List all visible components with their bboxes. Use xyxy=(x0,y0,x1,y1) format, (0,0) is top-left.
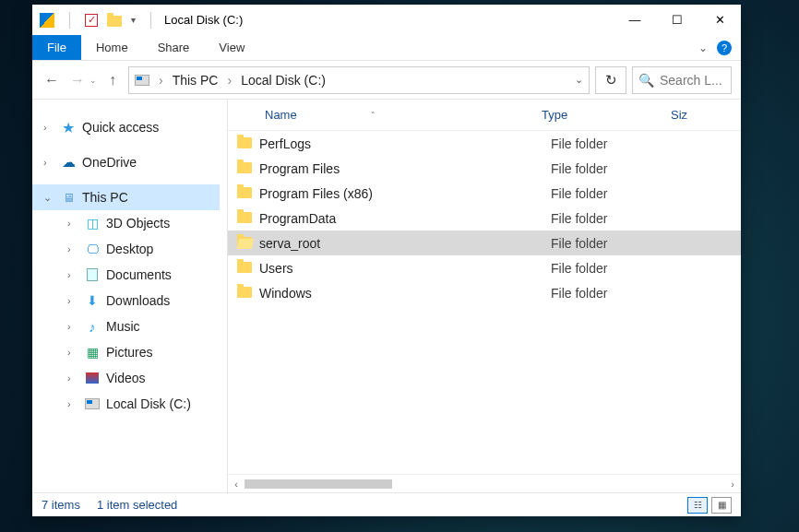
tree-pictures[interactable]: › ▦ Pictures xyxy=(32,339,227,365)
breadcrumb-this-pc[interactable]: This PC xyxy=(173,73,219,88)
tree-3d-objects[interactable]: › ◫ 3D Objects xyxy=(32,210,227,236)
back-button[interactable]: ← xyxy=(42,72,62,89)
chevron-right-icon[interactable]: › xyxy=(67,269,78,280)
document-icon xyxy=(84,267,101,282)
navigation-pane: › ★ Quick access › ☁ OneDrive ⌄ 🖥 This P… xyxy=(32,100,228,492)
tab-view[interactable]: View xyxy=(204,35,259,60)
tree-label: Pictures xyxy=(106,345,153,360)
details-view-button[interactable]: ☷ xyxy=(687,497,708,514)
file-row[interactable]: Program Files (x86)File folder xyxy=(228,181,741,206)
forward-button[interactable]: → xyxy=(67,72,88,89)
file-type: File folder xyxy=(551,236,607,251)
file-row[interactable]: WindowsFile folder xyxy=(228,280,741,305)
refresh-button[interactable]: ↻ xyxy=(595,66,626,94)
tree-label: Videos xyxy=(106,371,146,385)
help-icon[interactable]: ? xyxy=(717,41,732,55)
folder-icon xyxy=(237,136,259,151)
file-name: ProgramData xyxy=(259,211,551,226)
pictures-icon: ▦ xyxy=(84,345,101,360)
tree-label: Downloads xyxy=(106,293,170,308)
tab-home[interactable]: Home xyxy=(81,35,143,60)
maximize-button[interactable]: ☐ xyxy=(656,5,698,35)
address-bar[interactable]: › This PC › Local Disk (C:) ⌄ xyxy=(128,66,590,94)
cloud-icon: ☁ xyxy=(60,155,77,170)
tree-videos[interactable]: › Videos xyxy=(32,365,227,391)
file-name: Users xyxy=(259,261,551,276)
folder-icon xyxy=(237,161,259,176)
qat-dropdown-icon[interactable]: ▾ xyxy=(131,15,136,25)
scroll-left-icon[interactable]: ‹ xyxy=(228,479,244,490)
ribbon-collapse-icon[interactable]: ⌄ xyxy=(698,41,708,54)
file-row[interactable]: Program FilesFile folder xyxy=(228,156,741,181)
close-button[interactable]: ✕ xyxy=(698,5,741,35)
folder-icon xyxy=(237,286,259,301)
videos-icon xyxy=(84,371,101,385)
tree-documents[interactable]: › Documents xyxy=(32,262,227,288)
status-bar: 7 items 1 item selected ☷ ▦ xyxy=(32,492,741,516)
chevron-right-icon[interactable]: › xyxy=(67,218,78,229)
up-button[interactable]: ↑ xyxy=(102,72,123,89)
folder-icon xyxy=(237,261,259,276)
chevron-right-icon[interactable]: › xyxy=(67,295,78,306)
chevron-right-icon[interactable]: › xyxy=(153,73,169,88)
column-name[interactable]: Name xyxy=(265,108,297,122)
chevron-right-icon[interactable]: › xyxy=(43,122,54,133)
search-box[interactable]: 🔍 Search L... xyxy=(632,66,732,94)
file-row[interactable]: UsersFile folder xyxy=(228,255,741,280)
quick-access-toolbar: ✓ ▾ xyxy=(40,12,157,29)
file-type: File folder xyxy=(551,186,607,201)
sort-indicator-icon: ˄ xyxy=(371,111,376,120)
breadcrumb-current[interactable]: Local Disk (C:) xyxy=(241,73,326,88)
new-folder-qat-icon[interactable] xyxy=(107,16,122,27)
tree-onedrive[interactable]: › ☁ OneDrive xyxy=(32,149,227,175)
file-row[interactable]: PerfLogsFile folder xyxy=(228,131,741,156)
tree-music[interactable]: › ♪ Music xyxy=(32,313,227,339)
tab-file[interactable]: File xyxy=(32,35,81,60)
titlebar[interactable]: ✓ ▾ Local Disk (C:) — ☐ ✕ xyxy=(32,5,741,35)
tree-quick-access[interactable]: › ★ Quick access xyxy=(32,114,227,140)
tree-this-pc[interactable]: ⌄ 🖥 This PC xyxy=(32,184,227,210)
chevron-right-icon[interactable]: › xyxy=(43,157,54,168)
file-name: Windows xyxy=(259,286,551,301)
minimize-button[interactable]: — xyxy=(614,5,656,35)
separator xyxy=(150,12,151,29)
folder-icon xyxy=(237,236,259,251)
window-title: Local Disk (C:) xyxy=(164,13,243,27)
drive-icon xyxy=(84,396,101,411)
history-dropdown-icon[interactable]: ⌄ xyxy=(89,76,97,85)
file-row[interactable]: ProgramDataFile folder xyxy=(228,206,741,231)
folder-icon xyxy=(237,186,259,201)
chevron-right-icon[interactable]: › xyxy=(67,321,78,332)
chevron-right-icon[interactable]: › xyxy=(67,372,78,384)
file-type: File folder xyxy=(551,161,607,176)
folder-icon xyxy=(237,211,259,226)
tree-local-disk[interactable]: › Local Disk (C:) xyxy=(32,391,227,417)
chevron-right-icon[interactable]: › xyxy=(67,347,78,358)
file-rows: PerfLogsFile folderProgram FilesFile fol… xyxy=(228,131,741,474)
chevron-down-icon[interactable]: ⌄ xyxy=(43,192,54,204)
column-type[interactable]: Type xyxy=(542,108,671,122)
chevron-right-icon[interactable]: › xyxy=(221,73,237,88)
tree-desktop[interactable]: › 🖵 Desktop xyxy=(32,236,227,262)
chevron-right-icon[interactable]: › xyxy=(67,243,78,254)
scroll-right-icon[interactable]: › xyxy=(724,479,741,490)
column-headers: Name ˄ Type Siz xyxy=(228,100,741,131)
scroll-thumb[interactable] xyxy=(244,479,392,489)
scroll-track[interactable] xyxy=(244,478,724,491)
column-size[interactable]: Siz xyxy=(671,108,687,122)
drive-icon xyxy=(135,75,149,86)
file-row[interactable]: serva_rootFile folder xyxy=(228,231,741,255)
music-icon: ♪ xyxy=(84,319,101,334)
properties-qat-icon[interactable]: ✓ xyxy=(85,14,98,27)
chevron-right-icon[interactable]: › xyxy=(67,398,78,409)
tree-label: 3D Objects xyxy=(106,216,170,231)
file-type: File folder xyxy=(551,136,607,151)
horizontal-scrollbar[interactable]: ‹ › xyxy=(228,474,741,492)
address-dropdown-icon[interactable]: ⌄ xyxy=(575,74,583,86)
navpane-scrollbar[interactable] xyxy=(221,109,225,129)
tree-downloads[interactable]: › ⬇ Downloads xyxy=(32,288,227,313)
tab-share[interactable]: Share xyxy=(143,35,205,60)
cube-icon: ◫ xyxy=(84,216,101,231)
thumbnails-view-button[interactable]: ▦ xyxy=(711,497,732,514)
separator xyxy=(69,12,70,29)
